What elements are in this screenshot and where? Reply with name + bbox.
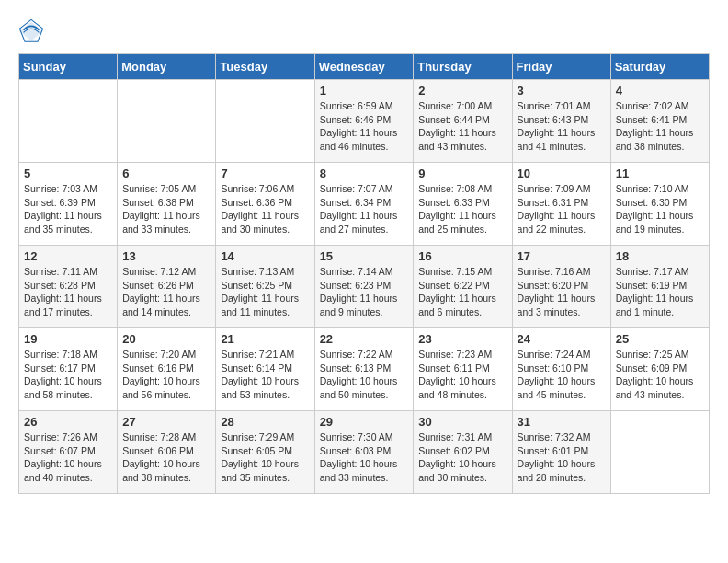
col-header-wednesday: Wednesday [314,54,414,80]
day-info: Sunrise: 7:11 AM Sunset: 6:28 PM Dayligh… [24,265,112,319]
week-row-5: 26Sunrise: 7:26 AM Sunset: 6:07 PM Dayli… [19,411,710,494]
day-number: 31 [518,415,606,429]
day-cell-30: 30Sunrise: 7:31 AM Sunset: 6:02 PM Dayli… [414,411,512,494]
day-number: 17 [518,249,606,263]
week-row-4: 19Sunrise: 7:18 AM Sunset: 6:17 PM Dayli… [19,328,710,411]
day-cell-2: 2Sunrise: 7:00 AM Sunset: 6:44 PM Daylig… [414,80,512,163]
day-number: 4 [616,84,704,98]
day-info: Sunrise: 7:08 AM Sunset: 6:33 PM Dayligh… [418,182,506,236]
day-info: Sunrise: 6:59 AM Sunset: 6:46 PM Dayligh… [320,99,409,154]
page-header [18,18,710,44]
col-header-friday: Friday [512,54,610,80]
day-cell-22: 22Sunrise: 7:22 AM Sunset: 6:13 PM Dayli… [314,328,414,411]
day-number: 27 [122,415,210,429]
col-header-thursday: Thursday [414,54,512,80]
day-cell-1: 1Sunrise: 6:59 AM Sunset: 6:46 PM Daylig… [314,80,414,163]
day-number: 19 [24,332,112,346]
day-number: 23 [418,332,506,346]
week-row-1: 1Sunrise: 6:59 AM Sunset: 6:46 PM Daylig… [19,80,710,163]
calendar-table: SundayMondayTuesdayWednesdayThursdayFrid… [18,53,710,494]
day-number: 28 [221,415,309,429]
day-info: Sunrise: 7:10 AM Sunset: 6:30 PM Dayligh… [616,182,704,236]
day-cell-14: 14Sunrise: 7:13 AM Sunset: 6:25 PM Dayli… [216,246,314,328]
day-number: 16 [418,249,506,263]
day-info: Sunrise: 7:21 AM Sunset: 6:14 PM Dayligh… [221,348,309,402]
day-info: Sunrise: 7:24 AM Sunset: 6:10 PM Dayligh… [518,348,606,402]
day-cell-24: 24Sunrise: 7:24 AM Sunset: 6:10 PM Dayli… [512,328,610,411]
header-row: SundayMondayTuesdayWednesdayThursdayFrid… [19,54,710,80]
day-number: 1 [320,84,409,98]
day-info: Sunrise: 7:20 AM Sunset: 6:16 PM Dayligh… [122,348,210,402]
day-cell-18: 18Sunrise: 7:17 AM Sunset: 6:19 PM Dayli… [610,246,709,328]
day-info: Sunrise: 7:01 AM Sunset: 6:43 PM Dayligh… [518,99,606,154]
day-number: 24 [518,332,606,346]
day-cell-16: 16Sunrise: 7:15 AM Sunset: 6:22 PM Dayli… [414,246,512,328]
empty-cell [216,80,314,163]
empty-cell [19,80,118,163]
logo-icon [18,18,44,44]
day-cell-26: 26Sunrise: 7:26 AM Sunset: 6:07 PM Dayli… [19,411,118,494]
col-header-sunday: Sunday [19,54,118,80]
day-info: Sunrise: 7:26 AM Sunset: 6:07 PM Dayligh… [24,431,112,485]
day-cell-19: 19Sunrise: 7:18 AM Sunset: 6:17 PM Dayli… [19,328,118,411]
day-number: 10 [518,167,606,180]
day-cell-29: 29Sunrise: 7:30 AM Sunset: 6:03 PM Dayli… [314,411,414,494]
day-cell-8: 8Sunrise: 7:07 AM Sunset: 6:34 PM Daylig… [314,163,414,246]
day-number: 2 [418,84,506,98]
empty-cell [118,80,216,163]
day-cell-10: 10Sunrise: 7:09 AM Sunset: 6:31 PM Dayli… [512,163,610,246]
day-cell-12: 12Sunrise: 7:11 AM Sunset: 6:28 PM Dayli… [19,246,118,328]
day-info: Sunrise: 7:00 AM Sunset: 6:44 PM Dayligh… [418,99,506,154]
day-info: Sunrise: 7:07 AM Sunset: 6:34 PM Dayligh… [320,182,409,236]
day-number: 21 [221,332,309,346]
day-info: Sunrise: 7:25 AM Sunset: 6:09 PM Dayligh… [616,348,704,402]
day-cell-5: 5Sunrise: 7:03 AM Sunset: 6:39 PM Daylig… [19,163,118,246]
col-header-saturday: Saturday [610,54,709,80]
day-number: 12 [24,249,112,263]
day-info: Sunrise: 7:29 AM Sunset: 6:05 PM Dayligh… [221,431,309,485]
day-cell-21: 21Sunrise: 7:21 AM Sunset: 6:14 PM Dayli… [216,328,314,411]
day-number: 20 [122,332,210,346]
day-cell-7: 7Sunrise: 7:06 AM Sunset: 6:36 PM Daylig… [216,163,314,246]
empty-cell [610,411,709,494]
day-info: Sunrise: 7:22 AM Sunset: 6:13 PM Dayligh… [320,348,409,402]
day-number: 13 [122,249,210,263]
day-info: Sunrise: 7:18 AM Sunset: 6:17 PM Dayligh… [24,348,112,402]
day-info: Sunrise: 7:13 AM Sunset: 6:25 PM Dayligh… [221,265,309,319]
day-info: Sunrise: 7:12 AM Sunset: 6:26 PM Dayligh… [122,265,210,319]
day-number: 11 [616,167,704,180]
logo [18,18,48,44]
day-cell-17: 17Sunrise: 7:16 AM Sunset: 6:20 PM Dayli… [512,246,610,328]
day-cell-23: 23Sunrise: 7:23 AM Sunset: 6:11 PM Dayli… [414,328,512,411]
day-cell-15: 15Sunrise: 7:14 AM Sunset: 6:23 PM Dayli… [314,246,414,328]
day-info: Sunrise: 7:09 AM Sunset: 6:31 PM Dayligh… [518,182,606,236]
day-cell-3: 3Sunrise: 7:01 AM Sunset: 6:43 PM Daylig… [512,80,610,163]
day-number: 30 [418,415,506,429]
day-cell-25: 25Sunrise: 7:25 AM Sunset: 6:09 PM Dayli… [610,328,709,411]
day-cell-20: 20Sunrise: 7:20 AM Sunset: 6:16 PM Dayli… [118,328,216,411]
day-number: 6 [122,167,210,180]
day-info: Sunrise: 7:02 AM Sunset: 6:41 PM Dayligh… [616,99,704,154]
day-info: Sunrise: 7:05 AM Sunset: 6:38 PM Dayligh… [122,182,210,236]
day-number: 8 [320,167,409,180]
day-number: 15 [320,249,409,263]
day-info: Sunrise: 7:28 AM Sunset: 6:06 PM Dayligh… [122,431,210,485]
col-header-tuesday: Tuesday [216,54,314,80]
day-number: 22 [320,332,409,346]
day-number: 5 [24,167,112,180]
day-cell-4: 4Sunrise: 7:02 AM Sunset: 6:41 PM Daylig… [610,80,709,163]
day-info: Sunrise: 7:15 AM Sunset: 6:22 PM Dayligh… [418,265,506,319]
day-info: Sunrise: 7:16 AM Sunset: 6:20 PM Dayligh… [518,265,606,319]
day-info: Sunrise: 7:30 AM Sunset: 6:03 PM Dayligh… [320,431,409,485]
day-info: Sunrise: 7:06 AM Sunset: 6:36 PM Dayligh… [221,182,309,236]
day-cell-13: 13Sunrise: 7:12 AM Sunset: 6:26 PM Dayli… [118,246,216,328]
day-info: Sunrise: 7:23 AM Sunset: 6:11 PM Dayligh… [418,348,506,402]
day-cell-9: 9Sunrise: 7:08 AM Sunset: 6:33 PM Daylig… [414,163,512,246]
day-cell-28: 28Sunrise: 7:29 AM Sunset: 6:05 PM Dayli… [216,411,314,494]
day-cell-6: 6Sunrise: 7:05 AM Sunset: 6:38 PM Daylig… [118,163,216,246]
day-info: Sunrise: 7:14 AM Sunset: 6:23 PM Dayligh… [320,265,409,319]
day-info: Sunrise: 7:31 AM Sunset: 6:02 PM Dayligh… [418,431,506,485]
day-cell-27: 27Sunrise: 7:28 AM Sunset: 6:06 PM Dayli… [118,411,216,494]
day-number: 7 [221,167,309,180]
day-info: Sunrise: 7:32 AM Sunset: 6:01 PM Dayligh… [518,431,606,485]
